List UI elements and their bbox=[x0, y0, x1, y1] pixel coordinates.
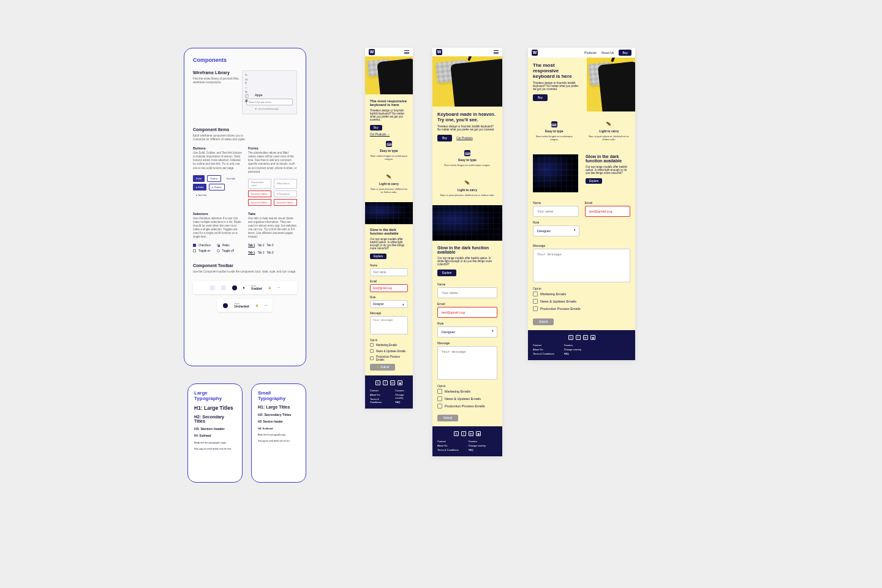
cursor-icon[interactable]: ↖ bbox=[245, 74, 249, 77]
linkedin-icon[interactable]: in bbox=[583, 335, 588, 340]
tab-3[interactable]: Tab 3 bbox=[266, 244, 273, 247]
role-select[interactable]: Designer bbox=[370, 300, 408, 308]
pen-icon[interactable]: ✎ bbox=[245, 91, 249, 94]
linkedin-icon[interactable]: in bbox=[469, 431, 473, 436]
tab-1[interactable]: Tab 1 bbox=[248, 244, 255, 247]
name-input[interactable] bbox=[437, 287, 497, 298]
form-error-field-2[interactable]: Incorrect Value bbox=[248, 199, 271, 206]
hamburger-icon[interactable] bbox=[404, 50, 409, 54]
footer-about[interactable]: About Us bbox=[533, 348, 554, 351]
role-select[interactable]: Designer bbox=[437, 326, 497, 337]
logo-icon[interactable] bbox=[369, 49, 375, 55]
role-select[interactable]: Designer bbox=[533, 225, 579, 236]
email-input-error[interactable] bbox=[370, 284, 408, 292]
buy-button[interactable]: Buy bbox=[533, 94, 548, 101]
line-icon[interactable]: ─ bbox=[245, 86, 249, 89]
opt-checkbox[interactable] bbox=[370, 356, 374, 360]
footer-careers[interactable]: Careers bbox=[564, 344, 581, 347]
message-textarea[interactable] bbox=[533, 249, 630, 282]
footer-faq[interactable]: FAQ bbox=[469, 448, 486, 451]
footer-contact[interactable]: Contact bbox=[533, 344, 554, 347]
opt-checkbox[interactable] bbox=[533, 299, 538, 304]
form-filled-field[interactable]: Filled Value bbox=[274, 179, 297, 189]
twitter-icon[interactable]: 𝕏 bbox=[568, 335, 573, 340]
lock-icon[interactable]: 🔓 bbox=[255, 304, 258, 307]
opt-checkbox[interactable] bbox=[370, 343, 374, 347]
message-textarea[interactable] bbox=[437, 346, 497, 380]
name-input[interactable] bbox=[533, 206, 579, 217]
toolbar-state-2[interactable]: StateUnchecked bbox=[234, 303, 249, 308]
form-error-field-3[interactable]: Incorrect Value bbox=[274, 199, 297, 206]
textlink-icon-button[interactable]: ▸ Text link bbox=[193, 192, 210, 198]
toolbar-chip[interactable] bbox=[210, 285, 215, 290]
opt-checkbox[interactable] bbox=[533, 292, 538, 296]
opt-checkbox[interactable] bbox=[370, 349, 374, 353]
opt-checkbox[interactable] bbox=[533, 306, 538, 311]
tab-3b[interactable]: Tab 3 bbox=[266, 251, 273, 255]
facebook-icon[interactable]: f bbox=[576, 335, 581, 340]
footer-contact[interactable]: Contact bbox=[370, 389, 385, 392]
twitter-icon[interactable]: 𝕏 bbox=[375, 380, 380, 385]
more-icon[interactable]: ⋯ bbox=[277, 286, 280, 289]
text-icon[interactable]: T bbox=[245, 82, 249, 85]
palette-search-input[interactable] bbox=[246, 99, 293, 105]
toolbar-color-dark[interactable] bbox=[232, 285, 237, 290]
footer-careers[interactable]: Careers bbox=[395, 389, 408, 392]
toolbar-chip[interactable] bbox=[221, 285, 226, 290]
instagram-icon[interactable]: ◉ bbox=[398, 380, 402, 385]
nav-products[interactable]: Products bbox=[584, 51, 597, 55]
message-textarea[interactable] bbox=[370, 316, 408, 334]
logo-icon[interactable] bbox=[532, 50, 538, 56]
outline-icon-button[interactable]: ▸ Outline bbox=[209, 184, 225, 190]
facebook-icon[interactable]: f bbox=[461, 431, 466, 436]
solid-button[interactable]: Solid bbox=[193, 175, 205, 182]
checkbox-off-icon[interactable] bbox=[193, 249, 196, 252]
nav-buy-button[interactable]: Buy bbox=[619, 50, 631, 56]
explore-button[interactable]: Explore bbox=[437, 270, 456, 276]
submit-button[interactable]: Submit bbox=[533, 318, 554, 325]
footer-about[interactable]: About Us bbox=[437, 444, 459, 447]
explore-button[interactable]: Explore bbox=[370, 254, 386, 259]
footer-faq[interactable]: FAQ bbox=[564, 352, 581, 355]
play-icon[interactable]: ▶ bbox=[243, 286, 245, 289]
form-dropdown-field[interactable]: ▾ Dropdown bbox=[274, 190, 297, 197]
logo-icon[interactable] bbox=[436, 49, 442, 55]
frame-icon[interactable]: ▦ bbox=[245, 99, 249, 102]
opt-checkbox[interactable] bbox=[437, 396, 442, 401]
submit-button[interactable]: 🔒 Submit bbox=[370, 364, 395, 371]
submit-button[interactable]: Submit bbox=[437, 415, 458, 421]
footer-country[interactable]: Change country bbox=[395, 393, 408, 399]
name-input[interactable] bbox=[370, 268, 408, 276]
buy-button[interactable]: Buy bbox=[437, 135, 452, 141]
footer-about[interactable]: About Us bbox=[370, 393, 385, 396]
radio-off-icon[interactable] bbox=[217, 249, 220, 252]
checkbox-on-icon[interactable] bbox=[193, 244, 196, 247]
twitter-icon[interactable]: 𝕏 bbox=[454, 431, 459, 436]
hamburger-icon[interactable] bbox=[494, 50, 499, 54]
tab-1b[interactable]: Tab 1 bbox=[248, 251, 255, 255]
footer-terms[interactable]: Terms & Conditions bbox=[370, 398, 385, 404]
comment-icon[interactable]: 💬 bbox=[245, 95, 249, 98]
more-icon[interactable]: ⋯ bbox=[265, 304, 267, 307]
solid-icon-button[interactable]: ▸ Solid bbox=[193, 184, 206, 190]
footer-terms[interactable]: Terms & Conditions bbox=[437, 448, 459, 451]
footer-country[interactable]: Change country bbox=[469, 444, 486, 447]
lock-icon[interactable]: 🔓 bbox=[268, 286, 271, 289]
toolbar-color-dark[interactable] bbox=[223, 303, 228, 308]
footer-contact[interactable]: Contact bbox=[437, 440, 459, 443]
toolbar-state[interactable]: StateEnabled bbox=[251, 285, 262, 290]
footer-terms[interactable]: Terms & Conditions bbox=[533, 352, 554, 355]
email-input-error[interactable] bbox=[585, 206, 631, 217]
email-input-error[interactable] bbox=[437, 307, 497, 318]
textlink-button[interactable]: Text link bbox=[224, 175, 238, 182]
radio-on-icon[interactable] bbox=[217, 244, 220, 247]
products-link[interactable]: Our Products bbox=[456, 137, 473, 140]
buy-button[interactable]: Buy bbox=[370, 125, 382, 130]
form-error-field[interactable]: Incorrect Value bbox=[248, 190, 271, 197]
footer-careers[interactable]: Careers bbox=[469, 440, 486, 443]
opt-checkbox[interactable] bbox=[437, 404, 442, 409]
tab-2b[interactable]: Tab 2 bbox=[257, 251, 264, 255]
footer-country[interactable]: Change country bbox=[564, 348, 581, 351]
shape-icon[interactable]: ▭ bbox=[245, 78, 249, 81]
form-placeholder-field[interactable]: Placeholder value bbox=[248, 179, 271, 189]
